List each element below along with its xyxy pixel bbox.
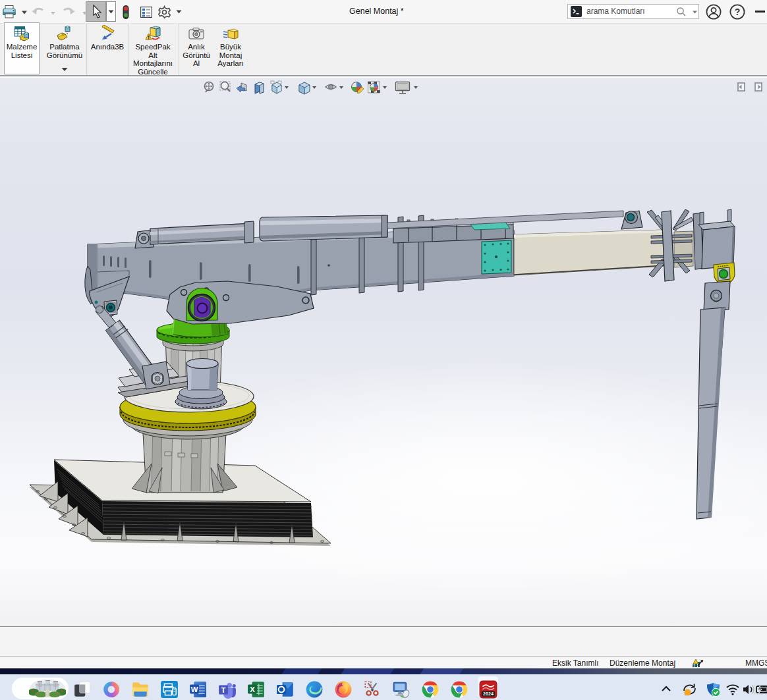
svg-text:X: X xyxy=(250,686,255,693)
svg-text:2024: 2024 xyxy=(483,691,494,697)
svg-text:T: T xyxy=(221,686,226,694)
svg-text:W: W xyxy=(191,686,198,693)
